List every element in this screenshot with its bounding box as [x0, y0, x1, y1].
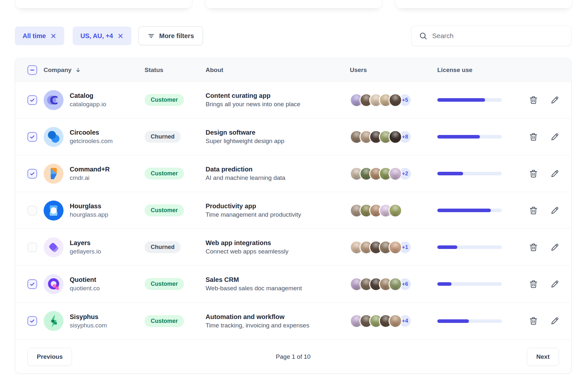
- table-row: Hourglass hourglass.app Customer Product…: [15, 192, 571, 229]
- delete-row-button[interactable]: [529, 169, 538, 178]
- company-name: Layers: [70, 239, 101, 247]
- trash-icon: [529, 132, 538, 141]
- trash-icon: [529, 96, 538, 105]
- row-checkbox[interactable]: [27, 242, 37, 252]
- delete-row-button[interactable]: [529, 316, 538, 325]
- more-filters-button[interactable]: More filters: [138, 26, 203, 45]
- company-logo: [44, 127, 64, 147]
- previous-page-button[interactable]: Previous: [27, 348, 72, 366]
- search-box: [411, 26, 572, 46]
- filter-chip-region[interactable]: US, AU, +4: [73, 26, 131, 45]
- company-name: Sisyphus: [70, 313, 107, 321]
- user-avatar: [389, 241, 402, 254]
- delete-row-button[interactable]: [529, 96, 538, 105]
- edit-row-button[interactable]: [550, 132, 559, 141]
- summary-card-placeholder-1: [15, 0, 192, 8]
- user-avatar: [389, 314, 402, 328]
- company-name: Hourglass: [70, 202, 108, 211]
- company-domain: hourglass.app: [70, 211, 108, 219]
- status-badge: Churned: [145, 241, 181, 253]
- edit-row-button[interactable]: [550, 169, 559, 178]
- about-subtitle: AI and machine learning data: [206, 174, 350, 182]
- row-checkbox[interactable]: [27, 316, 37, 326]
- row-checkbox[interactable]: [27, 279, 37, 289]
- about-subtitle: Time management and productivity: [206, 211, 350, 219]
- filter-bar: All time US, AU, +4 More filters: [15, 26, 572, 46]
- edit-row-button[interactable]: [550, 96, 559, 105]
- row-checkbox[interactable]: [27, 206, 37, 215]
- delete-row-button[interactable]: [529, 243, 538, 252]
- about-subtitle: Brings all your news into one place: [206, 100, 350, 109]
- page: All time US, AU, +4 More filters: [0, 0, 588, 392]
- column-header-license: License use: [437, 67, 513, 74]
- arrow-down-icon[interactable]: [75, 67, 81, 73]
- status-badge: Customer: [145, 315, 184, 327]
- about-subtitle: Time tracking, invoicing and expenses: [206, 321, 350, 330]
- edit-row-button[interactable]: [550, 206, 559, 215]
- summary-card-placeholder-2: [205, 0, 382, 8]
- status-badge: Churned: [145, 131, 181, 143]
- filter-chip-label: All time: [23, 32, 46, 40]
- next-page-button[interactable]: Next: [527, 348, 559, 366]
- delete-row-button[interactable]: [529, 206, 538, 215]
- pencil-icon: [550, 132, 559, 141]
- x-icon[interactable]: [50, 33, 56, 39]
- status-badge: Customer: [145, 94, 184, 106]
- about-title: Productivity app: [206, 201, 350, 211]
- column-header-company[interactable]: Company: [44, 67, 145, 74]
- license-use-bar: [437, 282, 502, 286]
- magnifier-icon: [419, 32, 427, 40]
- avatar-group: +8: [350, 130, 437, 144]
- avatar-group: +5: [350, 93, 437, 107]
- edit-row-button[interactable]: [550, 280, 559, 289]
- table-row: Layers getlayers.io Churned Web app inte…: [15, 229, 571, 266]
- edit-row-button[interactable]: [550, 316, 559, 325]
- row-checkbox[interactable]: [27, 95, 37, 105]
- company-name: Command+R: [70, 165, 110, 174]
- trash-icon: [529, 243, 538, 252]
- license-use-bar: [437, 135, 502, 139]
- filter-chip-time[interactable]: All time: [15, 26, 64, 45]
- svg-text:C: C: [50, 94, 58, 107]
- license-use-bar: [437, 245, 502, 249]
- license-use-fill: [437, 98, 485, 102]
- about-subtitle: Connect web apps seamlessly: [206, 247, 350, 256]
- about-title: Design software: [206, 128, 350, 137]
- edit-row-button[interactable]: [550, 243, 559, 252]
- company-domain: catalogapp.io: [70, 100, 106, 108]
- pencil-icon: [550, 206, 559, 215]
- license-use-fill: [437, 135, 480, 139]
- pencil-icon: [550, 243, 559, 252]
- status-badge: Customer: [145, 168, 184, 180]
- license-use-bar: [437, 209, 502, 212]
- column-header-status: Status: [145, 67, 206, 74]
- about-title: Automation and workflow: [206, 312, 350, 321]
- pencil-icon: [550, 169, 559, 178]
- select-all-checkbox[interactable]: [27, 65, 37, 75]
- delete-row-button[interactable]: [529, 280, 538, 289]
- company-domain: getlayers.io: [70, 247, 101, 256]
- x-icon[interactable]: [117, 33, 124, 39]
- table-row: Circooles getcirooles.com Churned Design…: [15, 119, 571, 155]
- table-row: Quotient quotient.co Customer Sales CRM …: [15, 266, 571, 303]
- license-use-fill: [437, 245, 457, 249]
- company-logo: C: [44, 90, 64, 110]
- search-input[interactable]: [411, 26, 572, 46]
- pagination-bar: Previous Page 1 of 10 Next: [15, 339, 571, 374]
- user-avatar: [389, 130, 402, 144]
- row-checkbox[interactable]: [27, 169, 37, 179]
- status-badge: Customer: [145, 204, 184, 216]
- user-avatar: [389, 277, 402, 291]
- company-domain: sisyphus.com: [70, 321, 107, 330]
- pencil-icon: [550, 96, 559, 105]
- table-row: Command+R cmdr.ai Customer Data predicti…: [15, 155, 571, 192]
- company-domain: getcirooles.com: [70, 137, 113, 145]
- delete-row-button[interactable]: [529, 132, 538, 141]
- page-indicator: Page 1 of 10: [276, 353, 311, 360]
- pencil-icon: [550, 280, 559, 289]
- filter-chip-label: US, AU, +4: [80, 32, 113, 40]
- more-filters-label: More filters: [159, 32, 194, 40]
- row-checkbox[interactable]: [27, 132, 37, 142]
- column-header-users: Users: [350, 67, 437, 74]
- company-logo: [44, 237, 64, 257]
